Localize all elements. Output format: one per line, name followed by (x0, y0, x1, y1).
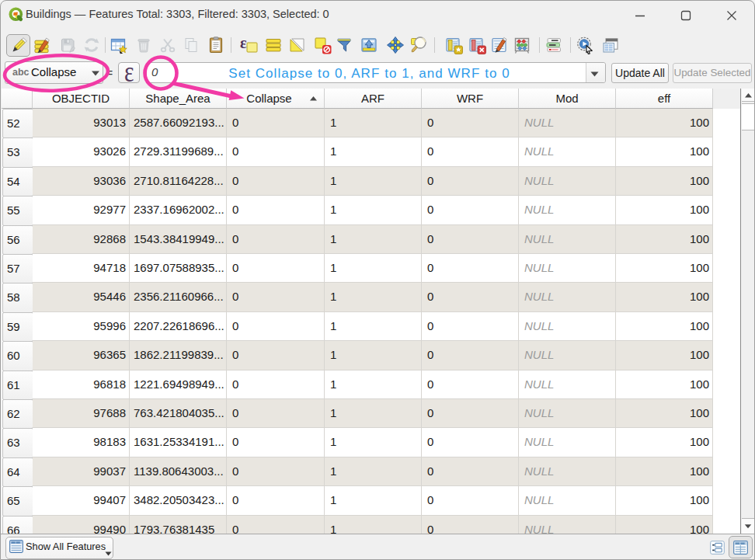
svg-text:ε: ε (240, 36, 247, 51)
